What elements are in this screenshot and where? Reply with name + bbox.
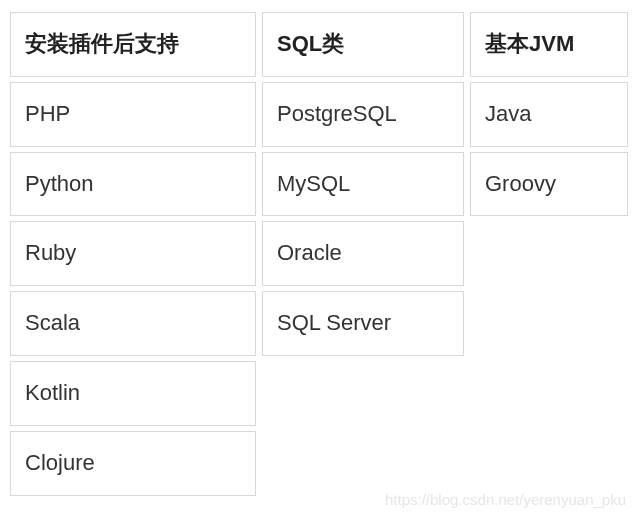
column-header: SQL类 bbox=[262, 12, 464, 77]
table-cell: Python bbox=[10, 152, 256, 217]
watermark-text: https://blog.csdn.net/yerenyuan_pku bbox=[385, 491, 626, 508]
column-jvm: 基本JVM Java Groovy bbox=[470, 12, 628, 216]
table-cell: PostgreSQL bbox=[262, 82, 464, 147]
table-cell: Kotlin bbox=[10, 361, 256, 426]
table-cell: SQL Server bbox=[262, 291, 464, 356]
column-plugin-support: 安装插件后支持 PHP Python Ruby Scala Kotlin Clo… bbox=[10, 12, 256, 496]
table-cell: Oracle bbox=[262, 221, 464, 286]
table-cell: Ruby bbox=[10, 221, 256, 286]
table-cell: Clojure bbox=[10, 431, 256, 496]
table-cell: Groovy bbox=[470, 152, 628, 217]
table-cell: Java bbox=[470, 82, 628, 147]
column-header: 基本JVM bbox=[470, 12, 628, 77]
table-cell: Scala bbox=[10, 291, 256, 356]
table-cell: MySQL bbox=[262, 152, 464, 217]
column-sql: SQL类 PostgreSQL MySQL Oracle SQL Server bbox=[262, 12, 464, 356]
column-header: 安装插件后支持 bbox=[10, 12, 256, 77]
language-support-table: 安装插件后支持 PHP Python Ruby Scala Kotlin Clo… bbox=[10, 12, 630, 496]
table-cell: PHP bbox=[10, 82, 256, 147]
